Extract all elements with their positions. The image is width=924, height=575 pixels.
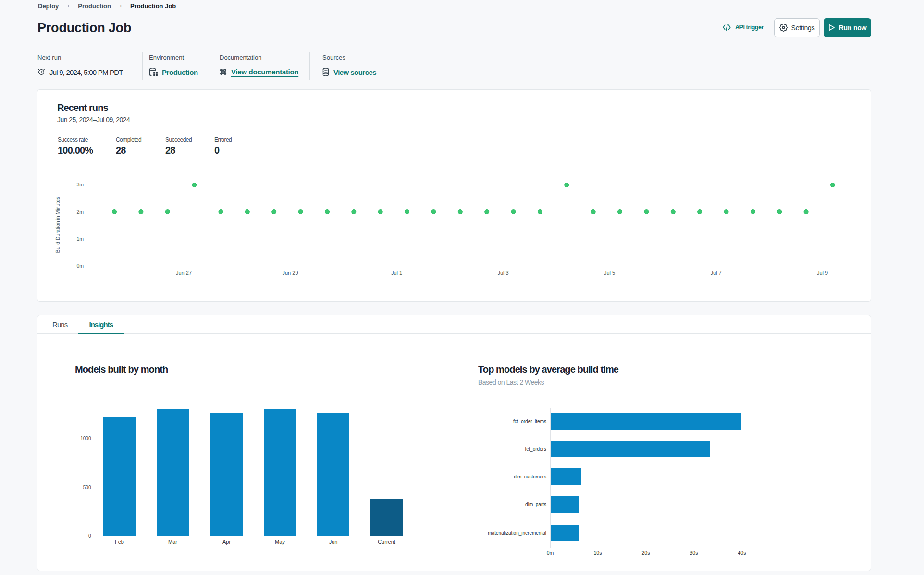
svg-text:20s: 20s: [642, 550, 650, 556]
svg-text:dim_parts: dim_parts: [525, 502, 546, 507]
svg-text:1m: 1m: [76, 236, 84, 242]
svg-text:Apr: Apr: [222, 539, 231, 545]
svg-text:1000: 1000: [80, 436, 91, 441]
svg-text:May: May: [275, 539, 285, 545]
svg-text:Feb: Feb: [115, 539, 124, 545]
svg-text:0: 0: [88, 533, 91, 538]
svg-text:Mar: Mar: [168, 539, 177, 545]
svg-text:10s: 10s: [594, 550, 602, 556]
svg-text:fct_order_items: fct_order_items: [513, 419, 546, 424]
svg-text:Jul 5: Jul 5: [604, 270, 615, 276]
svg-text:Jul 7: Jul 7: [710, 270, 721, 276]
svg-text:dim_customers: dim_customers: [514, 474, 546, 479]
svg-text:2m: 2m: [76, 209, 84, 215]
svg-text:Current: Current: [378, 539, 395, 545]
svg-text:Jul 9: Jul 9: [817, 270, 828, 276]
svg-text:30s: 30s: [690, 550, 698, 556]
svg-text:0m: 0m: [76, 263, 84, 269]
svg-text:fct_orders: fct_orders: [525, 446, 546, 452]
svg-text:500: 500: [83, 485, 91, 490]
svg-text:Jun 29: Jun 29: [282, 270, 298, 276]
svg-text:3m: 3m: [76, 182, 84, 187]
svg-text:Jul 3: Jul 3: [497, 270, 508, 276]
svg-text:40s: 40s: [738, 550, 746, 556]
svg-text:Jun: Jun: [329, 539, 338, 545]
svg-text:Jun 27: Jun 27: [176, 270, 192, 276]
svg-text:Jul 1: Jul 1: [391, 270, 402, 276]
svg-text:Build Duration in Minutes: Build Duration in Minutes: [55, 197, 61, 253]
svg-text:0m: 0m: [547, 550, 554, 556]
svg-text:materialization_incremental: materialization_incremental: [488, 530, 546, 536]
